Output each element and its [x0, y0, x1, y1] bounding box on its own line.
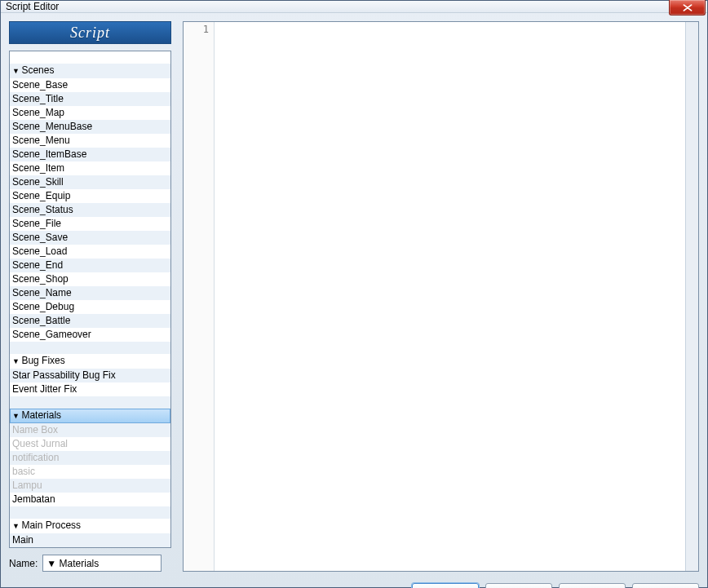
script-panel-header: Script: [9, 21, 171, 44]
list-category[interactable]: Main Process: [10, 519, 170, 533]
list-item[interactable]: Scene_Shop: [10, 272, 170, 286]
code-area[interactable]: [215, 22, 685, 571]
list-item[interactable]: Scene_MenuBase: [10, 120, 170, 134]
list-item[interactable]: [10, 51, 170, 64]
name-input[interactable]: [42, 555, 162, 572]
list-item[interactable]: Scene_Name: [10, 286, 170, 300]
list-item[interactable]: Scene_Status: [10, 203, 170, 217]
list-item[interactable]: Lampu: [10, 479, 170, 493]
button-row: OK Cancel Apply Help: [1, 577, 707, 588]
list-item[interactable]: Scene_File: [10, 217, 170, 231]
list-item[interactable]: Scene_Load: [10, 245, 170, 259]
name-row: Name:: [9, 555, 171, 572]
list-item[interactable]: Scene_Equip: [10, 189, 170, 203]
list-item[interactable]: Main: [10, 533, 170, 547]
script-list[interactable]: ScenesScene_BaseScene_TitleScene_MapScen…: [10, 51, 170, 547]
line-number: 1: [184, 24, 209, 35]
list-item[interactable]: Quest Jurnal: [10, 437, 170, 451]
list-item[interactable]: [10, 396, 170, 409]
apply-button[interactable]: Apply: [559, 583, 626, 588]
list-item[interactable]: Scene_ItemBase: [10, 148, 170, 161]
script-editor-window: Script Editor Script ScenesScene_BaseSce…: [0, 0, 708, 588]
code-editor[interactable]: 1: [183, 21, 699, 572]
window-title: Script Editor: [6, 1, 59, 12]
body-area: Script ScenesScene_BaseScene_TitleScene_…: [1, 13, 707, 577]
list-item[interactable]: notification: [10, 451, 170, 465]
list-item[interactable]: Name Box: [10, 423, 170, 437]
editor-scrollbar[interactable]: [685, 22, 698, 571]
list-item[interactable]: Scene_Debug: [10, 300, 170, 314]
line-number-gutter: 1: [184, 22, 215, 571]
list-item[interactable]: Scene_Menu: [10, 134, 170, 148]
list-item[interactable]: Scene_Title: [10, 92, 170, 106]
left-panel: Script ScenesScene_BaseScene_TitleScene_…: [9, 21, 171, 572]
list-item[interactable]: Jembatan: [10, 493, 170, 506]
close-icon: [683, 4, 693, 11]
titlebar: Script Editor: [1, 1, 707, 13]
list-item[interactable]: Scene_Item: [10, 161, 170, 175]
list-item[interactable]: Scene_Battle: [10, 314, 170, 328]
list-item[interactable]: Scene_Base: [10, 78, 170, 92]
list-category[interactable]: Bug Fixes: [10, 354, 170, 369]
list-category[interactable]: Scenes: [10, 64, 170, 78]
cancel-button[interactable]: Cancel: [485, 583, 552, 588]
script-list-container: ScenesScene_BaseScene_TitleScene_MapScen…: [9, 51, 171, 548]
list-item[interactable]: Event Jitter Fix: [10, 382, 170, 396]
close-button[interactable]: [669, 0, 706, 15]
list-item[interactable]: Scene_Skill: [10, 175, 170, 189]
ok-button[interactable]: OK: [412, 583, 479, 588]
list-item[interactable]: basic: [10, 465, 170, 479]
list-item[interactable]: Scene_Save: [10, 231, 170, 245]
list-item[interactable]: Scene_Gameover: [10, 328, 170, 342]
list-item[interactable]: Scene_Map: [10, 106, 170, 120]
list-item[interactable]: [10, 342, 170, 354]
list-item[interactable]: [10, 506, 170, 519]
help-button[interactable]: Help: [632, 583, 699, 588]
main-row: Script ScenesScene_BaseScene_TitleScene_…: [9, 21, 699, 572]
list-item[interactable]: Scene_End: [10, 259, 170, 272]
name-label: Name:: [9, 558, 38, 569]
list-category[interactable]: Materials: [10, 409, 170, 423]
list-item[interactable]: Star Passability Bug Fix: [10, 369, 170, 382]
